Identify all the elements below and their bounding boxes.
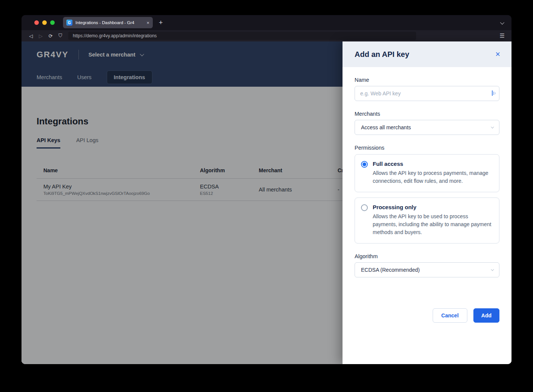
permissions-label: Permissions [355,145,499,151]
zoom-window-button[interactable] [50,20,55,25]
tab-bar: G Integrations - Dashboard - Gr4 × + [22,15,511,30]
browser-tab[interactable]: G Integrations - Dashboard - Gr4 × [63,17,153,28]
minimize-window-button[interactable] [42,20,47,25]
forward-icon[interactable]: ▷ [36,33,46,39]
permission-title: Processing only [373,204,492,210]
add-api-key-drawer: Add an API key × Name Merchants Access a… [343,41,511,364]
menu-icon[interactable]: ☰ [500,32,505,39]
window-controls [34,20,55,25]
algorithm-label: Algorithm [355,253,499,259]
drawer-header: Add an API key × [343,41,511,67]
radio-processing-only[interactable] [361,204,368,211]
back-icon[interactable]: ◁ [26,33,36,39]
text-cursor-icon [491,90,496,96]
bookmark-icon[interactable]: ⛉ [55,33,65,39]
close-window-button[interactable] [34,20,39,25]
permission-description: Allows the API key to process payments, … [373,169,492,185]
page-content: GR4VY Select a merchant Merchants Users … [22,41,511,364]
chevron-down-icon [491,125,494,128]
reload-icon[interactable]: ⟳ [46,33,55,39]
drawer-body: Name Merchants Access all merchants Perm… [343,67,511,364]
name-label: Name [355,77,499,83]
address-bar[interactable]: https://demo.gr4vy.app/admin/integration… [68,32,416,40]
permission-option-processing-only[interactable]: Processing only Allows the API key to be… [355,198,499,243]
new-tab-button[interactable]: + [159,19,163,27]
site-favicon-icon: G [66,20,72,26]
drawer-title: Add an API key [355,50,409,59]
tab-title: Integrations - Dashboard - Gr4 [75,20,143,25]
permission-title: Full access [373,161,492,167]
tab-list-chevron-icon[interactable] [500,19,503,26]
close-icon[interactable]: × [495,50,500,58]
url-text: https://demo.gr4vy.app/admin/integration… [73,33,157,38]
merchants-select[interactable]: Access all merchants [355,120,499,135]
name-input[interactable] [355,86,499,101]
merchants-select-value: Access all merchants [361,124,411,130]
algorithm-select-value: ECDSA (Recommended) [361,267,420,273]
merchants-label: Merchants [355,111,499,117]
cancel-button[interactable]: Cancel [433,308,467,323]
browser-toolbar: ◁ ▷ ⟳ ⛉ https://demo.gr4vy.app/admin/int… [22,30,511,41]
algorithm-select[interactable]: ECDSA (Recommended) [355,262,499,277]
permission-option-full-access[interactable]: Full access Allows the API key to proces… [355,154,499,192]
permission-description: Allows the API key to be used to process… [373,213,492,236]
radio-full-access[interactable] [361,161,368,168]
add-button[interactable]: Add [473,308,499,323]
browser-window: G Integrations - Dashboard - Gr4 × + ◁ ▷… [22,15,511,364]
tab-close-icon[interactable]: × [146,20,149,26]
drawer-footer: Cancel Add [355,308,499,323]
chevron-down-icon [491,268,494,271]
